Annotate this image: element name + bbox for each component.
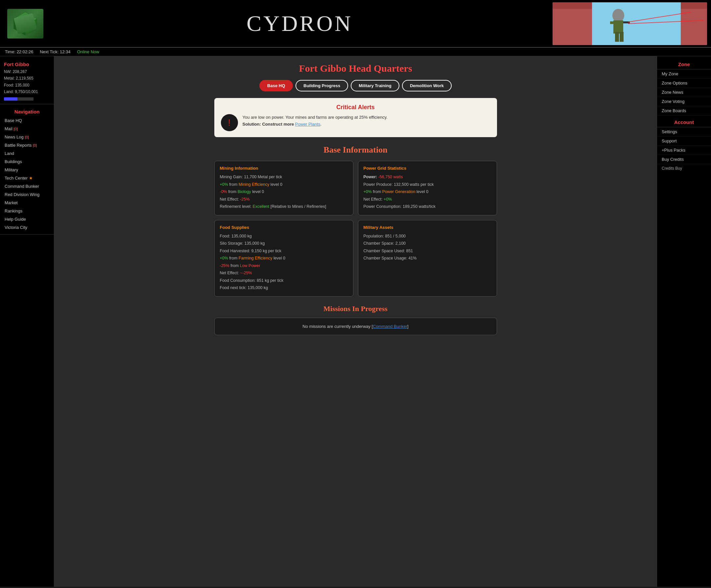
nav-tech-center[interactable]: Tech Center ★ [0, 174, 54, 182]
zone-news[interactable]: Zone News [657, 88, 711, 97]
food-title: Food Supplies [220, 225, 348, 230]
player-stats: NW: 208,267 Metal: 2,119,565 Food: 135,0… [4, 68, 50, 96]
food-harvested: Food Harvested: 9,150 kg per tick [220, 247, 348, 255]
military-card: Military Assets Population: 851 / 5,000 … [358, 220, 497, 297]
nav-help-guide[interactable]: Help Guide [0, 215, 54, 223]
military-population: Population: 851 / 5,000 [364, 232, 491, 240]
nav-red-division[interactable]: Red Division Wing [0, 190, 54, 198]
missions-text: No missions are currently underway [ [302, 324, 373, 329]
zone-options[interactable]: Zone Options [657, 79, 711, 88]
svg-rect-5 [23, 21, 25, 24]
svg-rect-16 [615, 32, 619, 42]
svg-point-12 [612, 9, 624, 22]
nav-mail[interactable]: Mail [0] [0, 125, 54, 133]
time-bar: Time: 22:02:26 Next Tick: 12:34 Online N… [0, 48, 711, 56]
mining-net: Net Effect: -25% [220, 196, 348, 203]
nav-command-bunker[interactable]: Command Bunker [0, 182, 54, 190]
mining-title: Mining Information [220, 166, 348, 171]
svg-rect-6 [26, 21, 28, 24]
food-card: Food Supplies Food: 135,000 kg Silo Stor… [214, 220, 353, 297]
military-title: Military Assets [364, 225, 491, 230]
account-plus-packs[interactable]: +Plus Packs [657, 146, 711, 155]
nav-market[interactable]: Market [0, 198, 54, 207]
account-section: Account Settings Support +Plus Packs Buy… [657, 117, 711, 173]
header-banner [553, 2, 707, 45]
nav-land[interactable]: Land [0, 149, 54, 158]
nav-news-log[interactable]: News Log [0] [0, 133, 54, 141]
xp-bar-container [4, 97, 34, 101]
tabs-container: Base HQ Building Progress Military Train… [214, 80, 497, 91]
power-net: Net Effect: +0% [364, 196, 491, 203]
next-tick: Next Tick: 12:34 [40, 49, 70, 54]
food-amount: Food: 135,000 kg [220, 232, 348, 240]
svg-marker-1 [14, 12, 37, 25]
player-name: Fort Gibbo [4, 62, 50, 67]
main-layout: Fort Gibbo NW: 208,267 Metal: 2,119,565 … [0, 56, 711, 587]
svg-marker-3 [25, 19, 37, 35]
missions-title: Missions In Progress [214, 304, 497, 313]
power-generation: +0% from Power Generation level 0 [364, 188, 491, 196]
svg-rect-17 [620, 32, 624, 42]
alert-icon: ! [221, 114, 238, 131]
svg-marker-2 [14, 19, 25, 35]
credits-buy-label[interactable]: Credits Buy [657, 164, 711, 173]
svg-rect-9 [553, 2, 592, 9]
nav-title: Navigation [0, 107, 54, 117]
nav-base-hq[interactable]: Base HQ [0, 117, 54, 125]
alert-message: You are low on power. Your mines and far… [243, 114, 388, 121]
mining-refinement: Refinement level: Excellent [Relative to… [220, 203, 348, 210]
player-info: Fort Gibbo NW: 208,267 Metal: 2,119,565 … [0, 59, 54, 104]
tab-military-training[interactable]: Military Training [351, 80, 400, 91]
xp-bar [4, 97, 17, 101]
tab-base-hq[interactable]: Base HQ [259, 80, 293, 91]
food-net: Net Effect: ~-25% [220, 269, 348, 277]
current-time: Time: 22:02:26 [5, 49, 33, 54]
zone-boards[interactable]: Zone Boards [657, 106, 711, 115]
logo-image [7, 9, 43, 39]
tab-demolition-work[interactable]: Demolition Work [402, 80, 452, 91]
logo-svg [10, 10, 40, 37]
right-sidebar: Zone My Zone Zone Options Zone News Zone… [657, 56, 711, 587]
power-plants-link[interactable]: Power Plants [295, 122, 321, 127]
tab-building-progress[interactable]: Building Progress [296, 80, 348, 91]
svg-marker-0 [14, 12, 37, 35]
power-card: Power Grid Statistics Power: -56,750 wat… [358, 161, 497, 215]
power-title: Power Grid Statistics [364, 166, 491, 171]
page-title: Fort Gibbo Head Quarters [214, 63, 497, 74]
military-chamber-used: Chamber Space Used: 851 [364, 247, 491, 255]
nav-victoria-city[interactable]: Victoria City [0, 223, 54, 232]
site-title: CYDRON [47, 10, 553, 37]
food-silo: Silo Storage: 135,000 kg [220, 240, 348, 247]
power-consumption: Power Consumption: 189,250 watts/tick [364, 203, 491, 210]
player-metal: Metal: 2,119,565 [4, 75, 50, 82]
info-grid: Mining Information Mining Gain: 11,700 M… [214, 161, 497, 297]
nav-buildings[interactable]: Buildings [0, 158, 54, 166]
mining-efficiency: +0% from Mining Efficiency level 0 [220, 181, 348, 188]
account-support[interactable]: Support [657, 136, 711, 146]
mining-gain: Mining Gain: 11,700 Metal per tick [220, 173, 348, 181]
mining-biology: -0% from Biology level 0 [220, 188, 348, 196]
nav-battle-reports[interactable]: Battle Reports [0] [0, 141, 54, 149]
power-produce: Power Produce: 132,500 watts per tick [364, 181, 491, 188]
alert-box: Critical Alerts ! You are low on power. … [214, 98, 497, 137]
food-low-power: -25% from Low Power [220, 262, 348, 270]
missions-box: No missions are currently underway [Comm… [214, 318, 497, 335]
command-bunker-link[interactable]: Command Bunker [373, 324, 407, 329]
food-next-tick: Food next tick: 135,000 kg [220, 284, 348, 292]
main-content: Fort Gibbo Head Quarters Base HQ Buildin… [54, 56, 657, 587]
account-settings[interactable]: Settings [657, 127, 711, 136]
banner-artwork [553, 2, 707, 45]
power-value: Power: -56,750 watts [364, 173, 491, 181]
nav-rankings[interactable]: Rankings [0, 207, 54, 215]
nav-military[interactable]: Military [0, 166, 54, 174]
player-nw: NW: 208,267 [4, 68, 50, 75]
svg-rect-4 [22, 20, 28, 30]
zone-voting[interactable]: Zone Voting [657, 97, 711, 106]
header: CYDRON [0, 0, 711, 48]
zone-my-zone[interactable]: My Zone [657, 69, 711, 79]
alert-text: You are low on power. Your mines and far… [243, 114, 388, 128]
account-buy-credits[interactable]: Buy Credits [657, 155, 711, 164]
alert-title: Critical Alerts [221, 104, 491, 111]
player-food: Food: 135,000 [4, 82, 50, 88]
logo-container [4, 6, 47, 42]
